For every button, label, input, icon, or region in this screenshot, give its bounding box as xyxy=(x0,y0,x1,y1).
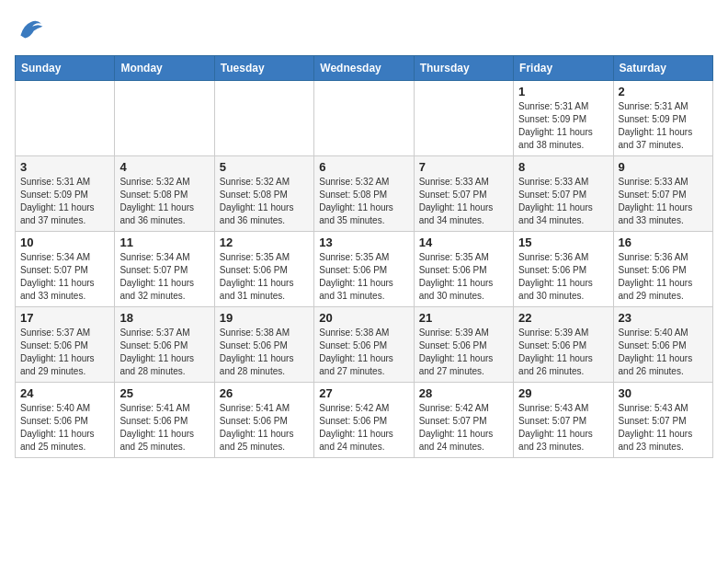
day-number: 18 xyxy=(119,311,209,325)
day-number: 3 xyxy=(20,160,109,174)
day-info: Sunrise: 5:36 AM Sunset: 5:06 PM Dayligh… xyxy=(619,251,708,303)
day-info: Sunrise: 5:39 AM Sunset: 5:06 PM Dayligh… xyxy=(518,327,608,378)
calendar-week-1: 1Sunrise: 5:31 AM Sunset: 5:09 PM Daylig… xyxy=(16,81,713,156)
day-info: Sunrise: 5:41 AM Sunset: 5:06 PM Dayligh… xyxy=(119,402,209,454)
day-info: Sunrise: 5:42 AM Sunset: 5:07 PM Dayligh… xyxy=(419,402,508,454)
day-info: Sunrise: 5:35 AM Sunset: 5:06 PM Dayligh… xyxy=(220,251,309,303)
calendar-cell xyxy=(16,81,115,156)
day-info: Sunrise: 5:35 AM Sunset: 5:06 PM Dayligh… xyxy=(319,251,408,303)
calendar-cell: 3Sunrise: 5:31 AM Sunset: 5:09 PM Daylig… xyxy=(16,156,115,232)
calendar-cell: 10Sunrise: 5:34 AM Sunset: 5:07 PM Dayli… xyxy=(16,232,115,307)
day-number: 10 xyxy=(20,236,109,249)
day-number: 19 xyxy=(220,311,309,325)
day-info: Sunrise: 5:41 AM Sunset: 5:06 PM Dayligh… xyxy=(220,402,309,454)
calendar-body: 1Sunrise: 5:31 AM Sunset: 5:09 PM Daylig… xyxy=(16,81,713,458)
day-info: Sunrise: 5:38 AM Sunset: 5:06 PM Dayligh… xyxy=(220,327,309,378)
calendar-cell: 14Sunrise: 5:35 AM Sunset: 5:06 PM Dayli… xyxy=(414,232,513,307)
calendar-cell: 24Sunrise: 5:40 AM Sunset: 5:06 PM Dayli… xyxy=(16,383,115,458)
day-info: Sunrise: 5:42 AM Sunset: 5:06 PM Dayligh… xyxy=(319,402,408,454)
day-info: Sunrise: 5:39 AM Sunset: 5:06 PM Dayligh… xyxy=(419,327,508,378)
weekday-header-thursday: Thursday xyxy=(414,56,513,81)
day-number: 1 xyxy=(518,85,608,98)
day-info: Sunrise: 5:37 AM Sunset: 5:06 PM Dayligh… xyxy=(119,327,209,378)
calendar-header: SundayMondayTuesdayWednesdayThursdayFrid… xyxy=(16,56,713,81)
day-info: Sunrise: 5:34 AM Sunset: 5:07 PM Dayligh… xyxy=(119,251,209,303)
day-number: 23 xyxy=(619,311,708,325)
calendar-cell: 6Sunrise: 5:32 AM Sunset: 5:08 PM Daylig… xyxy=(314,156,414,232)
logo xyxy=(15,15,48,44)
weekday-header-row: SundayMondayTuesdayWednesdayThursdayFrid… xyxy=(16,56,713,81)
calendar-cell: 22Sunrise: 5:39 AM Sunset: 5:06 PM Dayli… xyxy=(514,307,613,383)
calendar-week-3: 10Sunrise: 5:34 AM Sunset: 5:07 PM Dayli… xyxy=(16,232,713,307)
day-number: 21 xyxy=(419,311,508,325)
weekday-header-monday: Monday xyxy=(115,56,214,81)
day-number: 6 xyxy=(319,160,408,174)
day-number: 12 xyxy=(220,236,309,249)
day-info: Sunrise: 5:37 AM Sunset: 5:06 PM Dayligh… xyxy=(20,327,109,378)
day-info: Sunrise: 5:40 AM Sunset: 5:06 PM Dayligh… xyxy=(619,327,708,378)
calendar-cell: 15Sunrise: 5:36 AM Sunset: 5:06 PM Dayli… xyxy=(514,232,613,307)
day-number: 4 xyxy=(119,160,209,174)
weekday-header-tuesday: Tuesday xyxy=(214,56,313,81)
day-number: 28 xyxy=(419,386,508,400)
calendar-cell: 12Sunrise: 5:35 AM Sunset: 5:06 PM Dayli… xyxy=(214,232,313,307)
calendar-cell: 23Sunrise: 5:40 AM Sunset: 5:06 PM Dayli… xyxy=(613,307,712,383)
calendar-cell: 29Sunrise: 5:43 AM Sunset: 5:07 PM Dayli… xyxy=(514,383,613,458)
weekday-header-sunday: Sunday xyxy=(16,56,115,81)
logo-icon xyxy=(15,15,44,44)
day-number: 27 xyxy=(319,386,408,400)
day-info: Sunrise: 5:36 AM Sunset: 5:06 PM Dayligh… xyxy=(518,251,608,303)
day-info: Sunrise: 5:33 AM Sunset: 5:07 PM Dayligh… xyxy=(419,176,508,227)
day-info: Sunrise: 5:31 AM Sunset: 5:09 PM Dayligh… xyxy=(20,176,109,227)
day-number: 13 xyxy=(319,236,408,249)
calendar-week-2: 3Sunrise: 5:31 AM Sunset: 5:09 PM Daylig… xyxy=(16,156,713,232)
calendar-cell: 16Sunrise: 5:36 AM Sunset: 5:06 PM Dayli… xyxy=(613,232,712,307)
calendar-cell xyxy=(214,81,313,156)
calendar-cell: 13Sunrise: 5:35 AM Sunset: 5:06 PM Dayli… xyxy=(314,232,414,307)
day-info: Sunrise: 5:40 AM Sunset: 5:06 PM Dayligh… xyxy=(20,402,109,454)
day-info: Sunrise: 5:35 AM Sunset: 5:06 PM Dayligh… xyxy=(419,251,508,303)
weekday-header-friday: Friday xyxy=(514,56,613,81)
day-number: 8 xyxy=(518,160,608,174)
calendar-cell: 25Sunrise: 5:41 AM Sunset: 5:06 PM Dayli… xyxy=(115,383,214,458)
day-number: 14 xyxy=(419,236,508,249)
day-info: Sunrise: 5:32 AM Sunset: 5:08 PM Dayligh… xyxy=(119,176,209,227)
calendar-table: SundayMondayTuesdayWednesdayThursdayFrid… xyxy=(15,55,713,458)
calendar-cell: 27Sunrise: 5:42 AM Sunset: 5:06 PM Dayli… xyxy=(314,383,414,458)
calendar-cell: 20Sunrise: 5:38 AM Sunset: 5:06 PM Dayli… xyxy=(314,307,414,383)
calendar-cell: 9Sunrise: 5:33 AM Sunset: 5:07 PM Daylig… xyxy=(613,156,712,232)
day-info: Sunrise: 5:38 AM Sunset: 5:06 PM Dayligh… xyxy=(319,327,408,378)
calendar-cell: 30Sunrise: 5:43 AM Sunset: 5:07 PM Dayli… xyxy=(613,383,712,458)
calendar-cell: 4Sunrise: 5:32 AM Sunset: 5:08 PM Daylig… xyxy=(115,156,214,232)
calendar-cell: 19Sunrise: 5:38 AM Sunset: 5:06 PM Dayli… xyxy=(214,307,313,383)
calendar-cell: 5Sunrise: 5:32 AM Sunset: 5:08 PM Daylig… xyxy=(214,156,313,232)
day-number: 16 xyxy=(619,236,708,249)
day-info: Sunrise: 5:43 AM Sunset: 5:07 PM Dayligh… xyxy=(518,402,608,454)
day-info: Sunrise: 5:33 AM Sunset: 5:07 PM Dayligh… xyxy=(619,176,708,227)
day-info: Sunrise: 5:32 AM Sunset: 5:08 PM Dayligh… xyxy=(220,176,309,227)
weekday-header-saturday: Saturday xyxy=(613,56,712,81)
calendar-cell: 18Sunrise: 5:37 AM Sunset: 5:06 PM Dayli… xyxy=(115,307,214,383)
day-number: 7 xyxy=(419,160,508,174)
calendar-cell xyxy=(115,81,214,156)
calendar-cell: 17Sunrise: 5:37 AM Sunset: 5:06 PM Dayli… xyxy=(16,307,115,383)
weekday-header-wednesday: Wednesday xyxy=(314,56,414,81)
calendar-cell: 7Sunrise: 5:33 AM Sunset: 5:07 PM Daylig… xyxy=(414,156,513,232)
day-number: 20 xyxy=(319,311,408,325)
calendar-cell: 21Sunrise: 5:39 AM Sunset: 5:06 PM Dayli… xyxy=(414,307,513,383)
day-info: Sunrise: 5:31 AM Sunset: 5:09 PM Dayligh… xyxy=(619,100,708,152)
day-number: 15 xyxy=(518,236,608,249)
day-number: 26 xyxy=(220,386,309,400)
day-info: Sunrise: 5:33 AM Sunset: 5:07 PM Dayligh… xyxy=(518,176,608,227)
day-info: Sunrise: 5:34 AM Sunset: 5:07 PM Dayligh… xyxy=(20,251,109,303)
day-number: 11 xyxy=(119,236,209,249)
day-number: 29 xyxy=(518,386,608,400)
calendar-cell xyxy=(414,81,513,156)
day-number: 24 xyxy=(20,386,109,400)
day-info: Sunrise: 5:43 AM Sunset: 5:07 PM Dayligh… xyxy=(619,402,708,454)
day-number: 17 xyxy=(20,311,109,325)
day-number: 5 xyxy=(220,160,309,174)
calendar-cell: 26Sunrise: 5:41 AM Sunset: 5:06 PM Dayli… xyxy=(214,383,313,458)
calendar-cell: 11Sunrise: 5:34 AM Sunset: 5:07 PM Dayli… xyxy=(115,232,214,307)
calendar-cell: 8Sunrise: 5:33 AM Sunset: 5:07 PM Daylig… xyxy=(514,156,613,232)
